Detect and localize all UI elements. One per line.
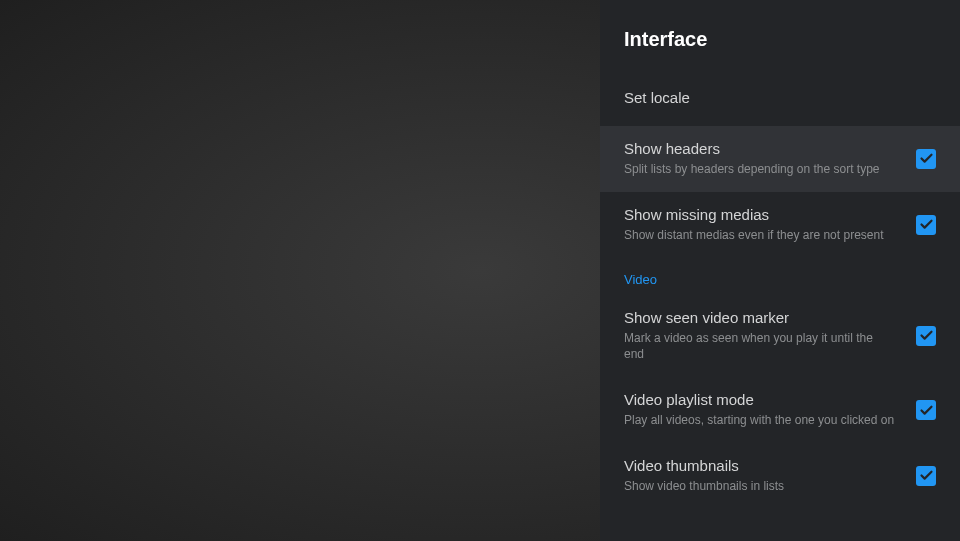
background-area [0,0,600,541]
setting-subtitle: Show video thumbnails in lists [624,478,936,495]
setting-title: Video thumbnails [624,457,936,474]
checkmark-icon [919,403,934,418]
setting-video-thumbnails[interactable]: Video thumbnails Show video thumbnails i… [600,443,960,509]
setting-show-headers[interactable]: Show headers Split lists by headers depe… [600,126,960,192]
setting-show-missing-medias[interactable]: Show missing medias Show distant medias … [600,192,960,258]
section-header-video: Video [600,258,960,295]
setting-seen-video-marker[interactable]: Show seen video marker Mark a video as s… [600,295,960,378]
setting-set-locale[interactable]: Set locale [600,73,960,126]
checkbox-show-missing[interactable] [916,215,936,235]
setting-subtitle: Split lists by headers depending on the … [624,161,936,178]
settings-panel: Interface Set locale Show headers Split … [600,0,960,541]
setting-title: Set locale [624,89,936,106]
panel-header: Interface [600,0,960,73]
checkmark-icon [919,328,934,343]
setting-subtitle: Play all videos, starting with the one y… [624,412,936,429]
checkbox-playlist-mode[interactable] [916,400,936,420]
setting-video-playlist-mode[interactable]: Video playlist mode Play all videos, sta… [600,377,960,443]
panel-title: Interface [624,28,936,51]
checkmark-icon [919,151,934,166]
setting-subtitle: Show distant medias even if they are not… [624,227,936,244]
setting-title: Show headers [624,140,936,157]
setting-title: Show missing medias [624,206,936,223]
setting-title: Video playlist mode [624,391,936,408]
setting-title: Show seen video marker [624,309,936,326]
setting-subtitle: Mark a video as seen when you play it un… [624,330,936,364]
checkbox-show-headers[interactable] [916,149,936,169]
checkbox-seen-marker[interactable] [916,326,936,346]
checkbox-thumbnails[interactable] [916,466,936,486]
checkmark-icon [919,217,934,232]
section-label: Video [624,272,936,287]
checkmark-icon [919,468,934,483]
